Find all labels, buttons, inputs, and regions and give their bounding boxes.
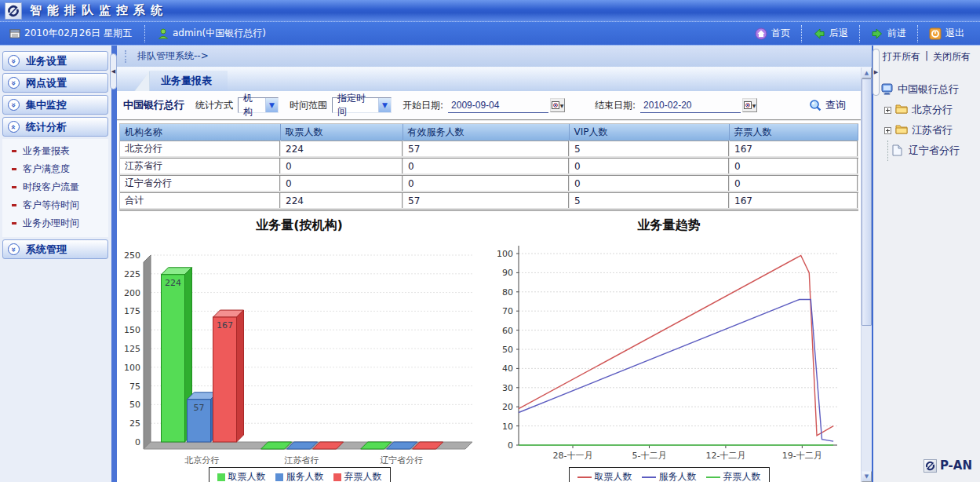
chevron-down-icon: ▼ [265,98,278,112]
table-cell: 0 [569,158,729,175]
expand-plus-icon[interactable] [884,127,891,134]
svg-text:57: 57 [194,403,205,413]
table-cell: 224 [280,141,403,158]
chevron-down-icon: » [8,55,20,67]
tree-node-label: 北京分行 [912,103,953,117]
legend-item: 弃票人数 [706,470,761,482]
user-text: admin(中国银行总行) [173,27,266,40]
stat-mode-label: 统计方式 [195,99,233,112]
forward-button[interactable]: 前进 [863,25,914,42]
start-date-input[interactable] [448,98,548,113]
svg-text:100: 100 [124,363,140,373]
sidebar-item-volume-report[interactable]: 业务量报表 [2,142,108,160]
svg-text:辽宁省分行: 辽宁省分行 [380,455,423,466]
sidebar-section-central-monitor[interactable]: » 集中监控 [2,95,108,115]
folder-icon [895,104,908,116]
tab-volume-report[interactable]: 业务量报表 [150,71,228,91]
table-cell: 224 [280,192,403,210]
scrollbar-track[interactable] [862,79,872,471]
end-date-picker-button[interactable]: ▼ [742,98,757,112]
expand-plus-icon[interactable] [884,107,891,114]
scroll-up-button[interactable]: ▲ [862,68,872,79]
legend-item: 取票人数 [577,470,632,482]
tree-collapse-handle[interactable]: ▶ [873,49,880,96]
svg-text:225: 225 [124,269,140,279]
separator [801,25,802,42]
sidebar-section-branch-settings[interactable]: » 网点设置 [2,73,108,93]
start-date-picker-button[interactable]: ▼ [550,98,565,112]
legend-label: 弃票人数 [723,470,761,482]
search-label: 查询 [825,98,846,112]
bullet-icon [12,168,16,170]
svg-text:19-十二月: 19-十二月 [782,451,822,461]
tab-label: 业务量报表 [161,74,212,88]
svg-text:20: 20 [502,402,513,412]
table-cell: 0 [569,175,729,192]
sidebar-splitter[interactable]: ◀ [111,46,117,482]
tree-node-beijing[interactable]: 北京分行 [881,100,980,120]
legend-label: 服务人数 [659,470,697,482]
forward-label: 前进 [887,27,906,40]
chevron-down-icon: » [8,243,20,255]
tab-bar: 业务量报表 [117,68,861,91]
legend-swatch [217,473,225,481]
line-chart-plot: 010203040506070809010028-十一月5-十二月12-十二月1… [490,235,847,467]
sidebar-item-business-handle-time[interactable]: 业务办理时间 [2,214,108,232]
report-table-wrap: 机构名称 取票人数 有效服务人数 VIP人数 弃票人数 北京分行22457516… [119,123,858,211]
table-cell: 0 [403,175,569,192]
section-label: 统计分析 [26,120,67,134]
sidebar-collapse-handle[interactable]: ◀ [110,53,117,89]
menu-label: 客户等待时间 [23,199,79,212]
legend-item: 弃票人数 [333,470,382,482]
svg-text:江苏省行: 江苏省行 [284,455,319,466]
org-name: 中国银行总行 [123,98,184,112]
search-button[interactable]: 查询 [809,98,846,112]
sidebar-item-period-customer-flow[interactable]: 时段客户流量 [2,178,108,196]
scroll-down-button[interactable]: ▼ [862,471,872,482]
svg-text:40: 40 [502,363,513,374]
svg-text:167: 167 [217,320,233,330]
section-label: 集中监控 [26,98,67,112]
tree-node-label: 辽宁省分行 [909,144,960,158]
table-cell: 167 [729,141,858,158]
close-all-link[interactable]: 关闭所有 [933,50,971,64]
tree-node-jiangsu[interactable]: 江苏省行 [881,120,980,141]
back-button[interactable]: 后退 [805,25,856,42]
page-icon [892,144,905,157]
tree-root-label: 中国银行总行 [898,82,959,97]
logout-label: 退出 [945,27,964,40]
svg-text:28-十一月: 28-十一月 [553,451,593,461]
col-org-name: 机构名称 [120,124,280,141]
logout-button[interactable]: 退出 [921,25,972,42]
stat-mode-select[interactable]: 机构 ▼ [238,97,279,113]
statistics-menu: 业务量报表 客户满意度 时段客户流量 客户等待时间 业务办理时间 [2,139,108,237]
open-all-link[interactable]: 打开所有 [883,50,920,64]
sidebar-section-statistics[interactable]: » 统计分析 [2,117,108,137]
col-served: 有效服务人数 [403,124,569,141]
sidebar-item-customer-wait-time[interactable]: 客户等待时间 [2,196,108,214]
calendar-icon [744,101,752,109]
sidebar-section-system-manage[interactable]: » 系统管理 [2,239,108,259]
bar-chart-title: 业务量(按机构) [121,211,478,235]
table-cell: 0 [280,175,403,192]
section-label: 网点设置 [26,76,67,90]
svg-text:75: 75 [129,382,140,392]
sidebar-item-customer-satisfaction[interactable]: 客户满意度 [2,160,108,178]
time-range-select[interactable]: 指定时间 ▼ [332,97,392,113]
svg-text:12-十二月: 12-十二月 [705,451,745,461]
table-cell: 5 [569,192,729,210]
svg-text:北京分行: 北京分行 [184,455,220,466]
sidebar-section-business-settings[interactable]: » 业务设置 [2,51,108,71]
table-header-row: 机构名称 取票人数 有效服务人数 VIP人数 弃票人数 [120,124,858,141]
bullet-icon [12,186,16,188]
main-scrollbar[interactable]: ▲ ▼ [861,68,872,482]
end-date-input[interactable] [640,98,741,113]
scrollbar-thumb[interactable] [862,79,872,326]
menu-label: 客户满意度 [23,162,70,176]
col-abandoned: 弃票人数 [729,124,858,141]
table-row: 合计224575167 [120,192,858,210]
home-button[interactable]: 首页 [747,25,798,42]
tree-node-liaoning[interactable]: 辽宁省分行 [881,141,980,161]
tree-root-head-office[interactable]: 中国银行总行 [881,79,980,100]
time-range-value: 指定时间 [333,92,378,119]
